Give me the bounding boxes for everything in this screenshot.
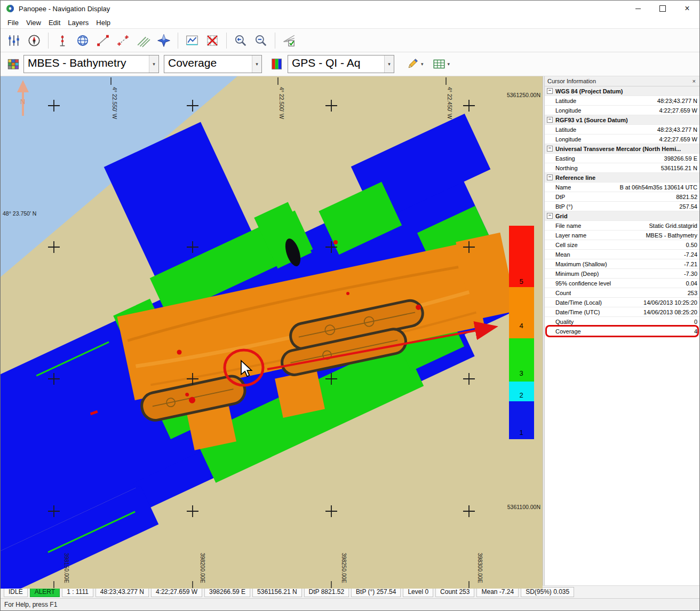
maximize-icon [659,5,666,12]
layer-combobox[interactable]: MBES - Bathymetry ▾ [23,55,159,73]
collapse-icon[interactable]: − [547,146,553,152]
field-value: 253 [688,290,697,296]
field-value: -7.21 [684,261,697,267]
zoom-out-button[interactable] [251,31,271,50]
layers-button[interactable] [4,54,23,74]
map-canvas[interactable]: 4° 22.550' W 4° 22.500' W 4° 22.450' W 3… [1,76,543,589]
chevron-down-icon[interactable]: ▾ [384,55,394,73]
colorbar-label: 1 [519,429,523,437]
panel-close-icon[interactable]: × [691,78,697,84]
compass-rose-button[interactable] [154,31,173,50]
field-label: File name [545,223,581,229]
profile-chart-icon [185,34,199,47]
display-mode-combobox[interactable]: Coverage ▾ [164,55,262,73]
cursor-info-group-row[interactable]: −Reference line [545,173,699,182]
contour-lines-button[interactable] [134,31,153,50]
main-toolbar [1,29,699,52]
close-button[interactable]: × [675,1,699,17]
colorbar-label: 5 [519,277,523,285]
cursor-info-data-row: Coverage4 [545,327,699,336]
delete-grid-button[interactable] [203,31,222,50]
sliders-icon [7,34,21,47]
field-label: Cell size [545,242,578,248]
north-label: N [20,98,25,106]
menu-help[interactable]: Help [92,18,114,28]
field-value: 48:23;43.277 N [657,126,697,133]
profile-chart-button[interactable] [182,31,202,50]
maximize-button[interactable] [650,1,675,17]
field-label: Maximum (Shallow) [545,261,607,267]
chevron-down-icon[interactable]: ▾ [149,55,158,73]
grid-display-button[interactable]: ▾ [430,54,452,74]
cursor-info-group-row[interactable]: −Universal Transverse Mercator (North He… [545,144,699,154]
cursor-info-group-row[interactable]: −RGF93 v1 (Source Datum) [545,115,699,125]
field-label: Latitude [545,98,576,104]
field-label: Longitude [545,136,581,142]
line-icon [96,34,110,47]
add-line-icon [116,34,130,47]
compass-button[interactable] [25,31,44,50]
menu-layers[interactable]: Layers [64,18,92,28]
field-value: 14/06/2013 08:25:20 [643,309,697,315]
longitude-label: 4° 22.450' W [447,87,453,119]
menu-bar: File View Edit Layers Help [1,17,699,29]
menu-view[interactable]: View [22,18,45,28]
qc-settings-button[interactable] [280,31,299,50]
field-value: 398266.59 E [664,155,697,162]
line-tool-button[interactable] [93,31,113,50]
cursor-info-data-row: Easting398266.59 E [545,154,699,163]
menu-file[interactable]: File [4,18,22,28]
cursor-info-data-row: Quality0 [545,317,699,327]
minimize-icon [635,9,641,9]
cursor-info-data-row: 95% confidence level0.04 [545,279,699,288]
field-label: Date/Time (UTC) [545,309,600,315]
field-value: 5361156.21 N [661,165,697,171]
collapse-icon[interactable]: − [547,117,553,123]
color-scale-button[interactable] [267,54,287,74]
collapse-icon[interactable]: − [547,88,553,94]
projection-button[interactable] [73,31,92,50]
minimize-button[interactable] [626,1,650,17]
colorbar-label: 3 [519,369,523,377]
layer-combobox-value: MBES - Bathymetry [24,55,149,73]
contour-lines-icon [137,34,150,47]
collapse-icon[interactable]: − [547,213,553,219]
qc-settings-icon [282,34,296,47]
colorbar-segment [509,287,534,338]
field-label: Date/Time (Local) [545,299,602,306]
field-value: 257.54 [679,203,697,210]
northing-label: 5361100.00N [507,504,540,510]
cursor-info-data-row: Northing5361156.21 N [545,163,699,173]
group-label: RGF93 v1 (Source Datum) [555,117,628,123]
group-label: Universal Transverse Mercator (North Hem… [555,146,681,152]
cursor-info-data-row: Longitude4:22;27.659 W [545,106,699,115]
field-value: 8821.52 [676,194,697,200]
annotation-pencil-button[interactable]: ▾ [403,54,426,74]
easting-label: 398150.00E [63,553,70,583]
cursor-info-group-row[interactable]: −Grid [545,211,699,221]
collapse-icon[interactable]: − [547,174,553,180]
cursor-info-table: −WGS 84 (Project Datum)Latitude48:23;43.… [545,86,699,336]
chevron-down-icon[interactable]: ▾ [252,55,261,73]
display-settings-button[interactable] [4,31,23,50]
field-value: -7.30 [684,271,697,277]
menu-edit[interactable]: Edit [45,18,64,28]
help-text: For Help, press F1 [4,601,57,608]
zoom-previous-button[interactable] [231,31,250,50]
field-label: 95% confidence level [545,280,611,287]
add-line-button[interactable] [114,31,133,50]
gps-quality-value: GPS - QI - Aq [288,55,384,73]
group-label: Reference line [555,174,595,181]
field-value: -7.24 [684,251,697,258]
cursor-info-data-row: Longitude4:22;27.659 W [545,134,699,144]
cursor-info-group-row[interactable]: −WGS 84 (Project Datum) [545,86,699,96]
cursor-info-data-row: DtP8821.52 [545,192,699,202]
layers-grid-icon [6,57,20,71]
survey-pole-button[interactable] [53,31,72,50]
application-window: Panopee - Navigation Display × File View… [0,0,700,611]
field-label: Latitude [545,126,576,133]
gps-quality-combobox[interactable]: GPS - QI - Aq ▾ [288,55,394,73]
cursor-information-header[interactable]: Cursor Information × [545,76,699,86]
close-icon: × [685,4,689,13]
title-bar[interactable]: Panopee - Navigation Display × [1,1,699,17]
